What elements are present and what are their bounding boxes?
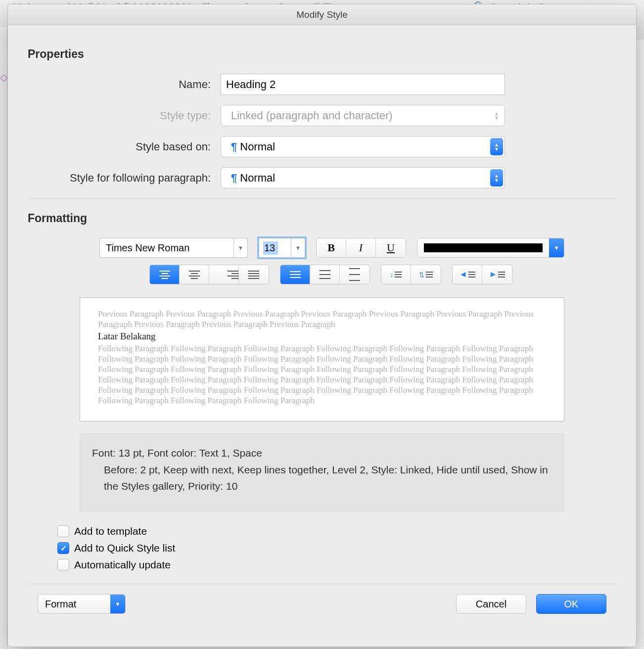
following-value: Normal xyxy=(240,172,275,185)
pilcrow-icon: ¶ xyxy=(231,172,237,185)
following-label: Style for following paragraph: xyxy=(28,172,221,185)
add-to-template-label: Add to template xyxy=(74,525,147,537)
bg-ruler xyxy=(0,27,7,649)
style-type-label: Style type: xyxy=(28,109,221,122)
decrease-indent-button[interactable]: ◄ xyxy=(453,265,482,284)
style-type-value: Linked (paragraph and character) xyxy=(231,109,393,122)
chevron-down-icon[interactable]: ▼ xyxy=(110,595,125,613)
name-input[interactable] xyxy=(221,74,505,95)
color-swatch[interactable] xyxy=(417,238,549,257)
font-size-combo[interactable]: 13 ▼ xyxy=(259,238,305,258)
underline-button[interactable]: U xyxy=(376,238,406,257)
italic-button[interactable]: I xyxy=(346,238,376,257)
alignment-group xyxy=(149,265,269,284)
indent-group: ◄ ► xyxy=(452,265,512,284)
format-menu-button[interactable]: Format ▼ xyxy=(38,594,126,614)
properties-heading: Properties xyxy=(28,47,616,61)
align-left-button[interactable] xyxy=(150,265,180,284)
modify-style-dialog: Modify Style Properties Name: Style type… xyxy=(7,4,637,647)
bold-button[interactable]: B xyxy=(317,238,346,257)
decrease-para-spacing-button[interactable]: ⇅ xyxy=(411,265,441,284)
preview-follow-text: Following Paragraph Following Paragraph … xyxy=(98,343,546,406)
add-to-quick-style-label: Add to Quick Style list xyxy=(74,542,175,554)
align-right-button[interactable] xyxy=(209,265,239,284)
increase-para-spacing-button[interactable]: ↕ xyxy=(381,265,411,284)
line-spacing-group xyxy=(280,265,370,284)
auto-update-label: Automatically update xyxy=(74,559,171,571)
pilcrow-icon: ¶ xyxy=(231,140,237,153)
style-type-combo: Linked (paragraph and character) ▲▼ xyxy=(221,105,505,126)
name-label: Name: xyxy=(28,78,221,91)
font-size-value[interactable]: 13 xyxy=(263,241,278,255)
chevron-down-icon[interactable]: ▼ xyxy=(291,238,305,257)
add-to-template-checkbox[interactable] xyxy=(57,525,69,537)
formatting-heading: Formatting xyxy=(28,212,616,225)
bold-italic-underline-group: B I U xyxy=(316,238,406,258)
stepper-icon: ▲▼ xyxy=(490,107,503,124)
font-color-combo[interactable]: ▼ xyxy=(417,238,564,258)
add-to-quick-style-checkbox[interactable]: ✓ xyxy=(57,542,69,554)
bg-marker: ◇ xyxy=(0,73,8,82)
preview-prev-text: Previous Paragraph Previous Paragraph Pr… xyxy=(98,309,546,329)
dialog-title: Modify Style xyxy=(8,4,636,25)
spacing-2-button[interactable] xyxy=(340,265,369,284)
font-family-value: Times New Roman xyxy=(106,242,189,254)
stepper-icon[interactable]: ▲▼ xyxy=(490,169,503,186)
stepper-icon[interactable]: ▲▼ xyxy=(490,138,503,155)
ok-button[interactable]: OK xyxy=(536,594,606,614)
increase-indent-button[interactable]: ► xyxy=(482,265,512,284)
font-family-combo[interactable]: Times New Roman ▼ xyxy=(99,238,248,258)
auto-update-checkbox[interactable] xyxy=(57,559,69,571)
style-description: Font: 13 pt, Font color: Text 1, Space B… xyxy=(80,433,564,511)
preview-sample-text: Latar Belakang xyxy=(98,331,546,342)
paragraph-spacing-group: ↕ ⇅ xyxy=(381,265,441,284)
based-on-value: Normal xyxy=(240,140,275,153)
chevron-down-icon[interactable]: ▼ xyxy=(549,238,564,257)
chevron-down-icon[interactable]: ▼ xyxy=(233,238,247,257)
following-combo[interactable]: ¶ Normal ▲▼ xyxy=(221,167,505,188)
cancel-button[interactable]: Cancel xyxy=(456,594,526,614)
align-justify-button[interactable] xyxy=(239,265,269,284)
based-on-label: Style based on: xyxy=(28,140,221,153)
based-on-combo[interactable]: ¶ Normal ▲▼ xyxy=(221,136,505,157)
spacing-15-button[interactable] xyxy=(310,265,340,284)
align-center-button[interactable] xyxy=(180,265,209,284)
style-preview: Previous Paragraph Previous Paragraph Pr… xyxy=(80,297,564,421)
spacing-1-button[interactable] xyxy=(280,265,310,284)
